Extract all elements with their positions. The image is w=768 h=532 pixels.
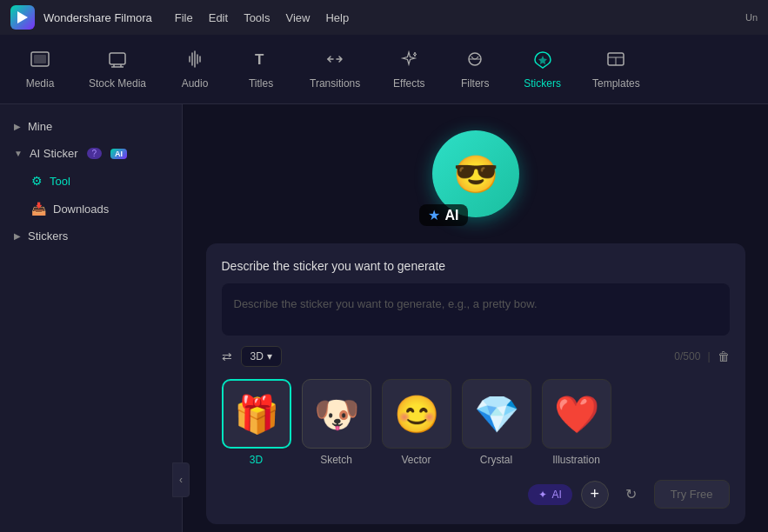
ai-question-badge: ?	[87, 148, 103, 159]
nav-filters[interactable]: Filters	[444, 43, 506, 96]
stickers-arrow-icon: ▶	[14, 231, 21, 241]
star-icon: ★	[428, 207, 440, 223]
tool-icon: ⚙	[31, 174, 43, 188]
stock-media-label: Stock Media	[89, 77, 146, 90]
audio-icon	[184, 50, 205, 74]
nav-titles[interactable]: T Titles	[230, 43, 292, 96]
stock-media-icon	[107, 50, 128, 74]
effects-icon	[398, 50, 419, 74]
description-placeholder: Describe the sticker you want to generat…	[234, 297, 538, 310]
menu-edit[interactable]: Edit	[209, 11, 228, 24]
nav-stickers[interactable]: Stickers	[510, 43, 575, 96]
menu-file[interactable]: File	[175, 11, 193, 24]
add-credits-button[interactable]: +	[581, 481, 609, 509]
style-label-sketch: Sketch	[320, 454, 352, 466]
sidebar-item-downloads[interactable]: 📥 Downloads	[0, 195, 182, 223]
menu-help[interactable]: Help	[325, 11, 349, 24]
generate-box: Describe the sticker you want to generat…	[206, 243, 745, 524]
style-thumb-vector: 😊	[382, 379, 451, 449]
nav-effects[interactable]: Effects	[377, 43, 440, 96]
style-card-crystal[interactable]: 💎 Crystal	[462, 379, 531, 466]
sidebar-item-stickers[interactable]: ▶ Stickers	[0, 223, 182, 249]
stickers-icon	[532, 50, 553, 74]
downloads-icon: 📥	[31, 202, 46, 216]
nav-templates[interactable]: Templates	[578, 43, 654, 96]
creature-face-icon: 😎	[453, 153, 498, 196]
window-label: Un	[745, 12, 758, 23]
transitions-icon	[324, 50, 345, 74]
ai-cost-label: AI	[552, 489, 562, 501]
downloads-label: Downloads	[53, 203, 109, 216]
main-layout: ▶ Mine ▼ AI Sticker ? AI ⚙ Tool 📥 Downlo…	[0, 104, 768, 532]
style-thumb-crystal: 💎	[462, 379, 531, 449]
menu-tools[interactable]: Tools	[244, 11, 270, 24]
window-controls: Un	[745, 12, 758, 23]
ai-label-badge: ★ AI	[419, 204, 468, 226]
title-bar: Wondershare Filmora File Edit Tools View…	[0, 0, 768, 35]
nav-stock-media[interactable]: Stock Media	[75, 43, 160, 96]
style-card-3d[interactable]: 🎁 3D	[222, 379, 291, 466]
try-free-button[interactable]: Try Free	[654, 480, 730, 509]
top-nav: Media Stock Media Audio T Titles	[0, 35, 768, 104]
style-label-vector: Vector	[401, 454, 431, 466]
titles-icon: T	[250, 50, 271, 74]
ai-sticker-label: AI Sticker	[30, 147, 78, 160]
style-dropdown[interactable]: 3D ▾	[241, 346, 282, 367]
char-count-area: 0/500 | 🗑	[674, 349, 729, 363]
style-thumb-illustration: ❤️	[542, 379, 611, 449]
divider: |	[707, 350, 710, 362]
transitions-label: Transitions	[310, 77, 360, 90]
svg-text:T: T	[255, 51, 264, 68]
style-thumb-sketch: 🐶	[302, 379, 371, 449]
style-select-value: 3D	[250, 350, 264, 362]
stickers-label: Stickers	[524, 77, 561, 90]
style-card-vector[interactable]: 😊 Vector	[382, 379, 451, 466]
controls-row: ⇄ 3D ▾ 0/500 | 🗑	[222, 346, 730, 367]
filters-icon	[464, 50, 485, 74]
char-count-text: 0/500	[674, 350, 700, 362]
media-icon	[30, 50, 50, 74]
ai-sticker-arrow-icon: ▼	[14, 149, 23, 158]
clear-button[interactable]: 🗑	[718, 349, 730, 363]
refresh-button[interactable]: ↻	[618, 481, 645, 509]
generate-title: Describe the sticker you want to generat…	[222, 259, 730, 273]
svg-marker-0	[17, 11, 28, 23]
description-input-area[interactable]: Describe the sticker you want to generat…	[222, 283, 730, 336]
sidebar-item-ai-sticker[interactable]: ▼ AI Sticker ? AI	[0, 140, 182, 167]
templates-label: Templates	[592, 77, 640, 90]
nav-media[interactable]: Media	[9, 43, 71, 96]
style-label-illustration: Illustration	[552, 454, 600, 466]
stickers-label: Stickers	[28, 229, 68, 243]
ai-cost-icon: ✦	[538, 489, 547, 501]
audio-label: Audio	[182, 77, 209, 90]
style-label-crystal: Crystal	[480, 454, 512, 466]
content-area: 😎 ★ AI Describe the sticker you want to …	[183, 104, 768, 532]
ai-sticker-preview: 😎 ★ AI	[419, 122, 532, 226]
chevron-down-icon: ▾	[267, 350, 272, 362]
mine-label: Mine	[28, 120, 52, 133]
style-label-3d: 3D	[250, 454, 263, 466]
mine-arrow-icon: ▶	[14, 122, 21, 131]
filters-label: Filters	[461, 77, 490, 90]
svg-rect-2	[34, 55, 46, 63]
sidebar-collapse-button[interactable]: ‹	[172, 462, 190, 497]
style-card-illustration[interactable]: ❤️ Illustration	[542, 379, 611, 466]
sidebar-item-mine[interactable]: ▶ Mine	[0, 113, 182, 140]
app-name: Wondershare Filmora	[43, 11, 152, 24]
media-label: Media	[26, 77, 55, 90]
titles-label: Titles	[249, 77, 273, 90]
ai-badge-text: AI	[445, 208, 459, 223]
templates-icon	[605, 50, 626, 74]
bottom-actions: ✦ AI + ↻ Try Free	[222, 480, 730, 509]
nav-audio[interactable]: Audio	[164, 43, 226, 96]
menu-view[interactable]: View	[285, 11, 310, 24]
nav-transitions[interactable]: Transitions	[296, 43, 374, 96]
ai-icon-badge: AI	[110, 149, 127, 159]
sidebar-item-tool[interactable]: ⚙ Tool	[0, 167, 182, 195]
style-thumb-3d: 🎁	[222, 379, 291, 449]
effects-label: Effects	[393, 77, 424, 90]
shuffle-icon[interactable]: ⇄	[222, 349, 232, 363]
style-grid: 🎁 3D 🐶 Sketch 😊 Vector 💎 Crystal	[222, 379, 730, 466]
app-logo	[10, 5, 35, 30]
style-card-sketch[interactable]: 🐶 Sketch	[302, 379, 371, 466]
